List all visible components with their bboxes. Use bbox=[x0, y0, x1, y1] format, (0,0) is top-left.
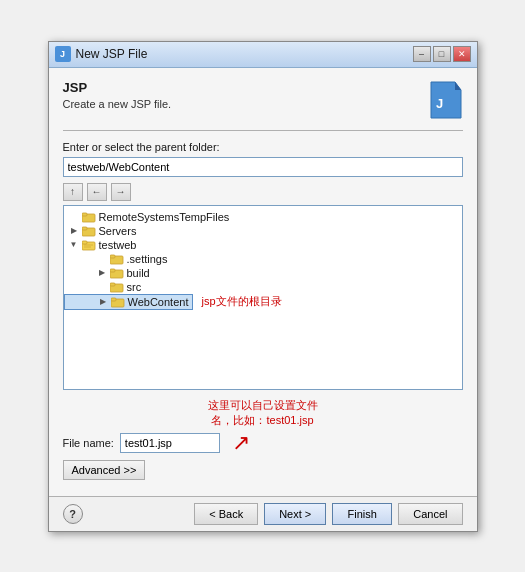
maximize-button[interactable]: □ bbox=[433, 46, 451, 62]
tree-toggle-remote bbox=[68, 211, 80, 223]
tree-toggle-webcontent: ▶ bbox=[97, 296, 109, 308]
header-text: JSP Create a new JSP file. bbox=[63, 80, 172, 110]
minimize-button[interactable]: – bbox=[413, 46, 431, 62]
folder-icon-servers bbox=[82, 225, 96, 237]
nav-bar: ↑ ← → bbox=[63, 183, 463, 201]
tree-toggle-build: ▶ bbox=[96, 267, 108, 279]
tree-label-webcontent: WebContent bbox=[128, 296, 189, 308]
window-icon: J bbox=[55, 46, 71, 62]
svg-rect-4 bbox=[82, 213, 87, 216]
tree-item-build[interactable]: ▶ build bbox=[64, 266, 462, 280]
nav-forward-button[interactable]: → bbox=[111, 183, 131, 201]
tree-label-testweb: testweb bbox=[99, 239, 137, 251]
webcontent-row: ▶ WebContent jsp文件的根目录 bbox=[64, 294, 462, 310]
arrow-annotation-icon: ↗ bbox=[232, 432, 250, 454]
file-name-row: File name: ↗ bbox=[63, 432, 463, 454]
tree-item-remote[interactable]: RemoteSystemsTempFiles bbox=[64, 210, 462, 224]
tree-item-testweb[interactable]: ▼ testweb bbox=[64, 238, 462, 252]
tree-label-remote: RemoteSystemsTempFiles bbox=[99, 211, 230, 223]
svg-rect-12 bbox=[110, 255, 115, 258]
window-title: New JSP File bbox=[76, 47, 148, 61]
path-input[interactable] bbox=[63, 157, 463, 177]
svg-text:J: J bbox=[436, 96, 443, 111]
folder-icon-remote bbox=[82, 211, 96, 223]
bottom-left: ? bbox=[63, 504, 83, 524]
dialog-window: J New JSP File – □ ✕ JSP Create a new JS… bbox=[48, 41, 478, 532]
header-description: Create a new JSP file. bbox=[63, 98, 172, 110]
bottom-right: < Back Next > Finish Cancel bbox=[194, 503, 462, 525]
svg-rect-16 bbox=[110, 283, 115, 286]
webcontent-annotation: jsp文件的根目录 bbox=[201, 294, 281, 309]
cancel-button[interactable]: Cancel bbox=[398, 503, 462, 525]
finish-button[interactable]: Finish bbox=[332, 503, 392, 525]
header-section: JSP Create a new JSP file. J bbox=[63, 80, 463, 120]
folder-icon-src bbox=[110, 281, 124, 293]
file-annotation: 这里可以自己设置文件 名，比如：test01.jsp bbox=[63, 398, 463, 428]
next-button[interactable]: Next > bbox=[264, 503, 326, 525]
nav-back-button[interactable]: ← bbox=[87, 183, 107, 201]
help-button[interactable]: ? bbox=[63, 504, 83, 524]
folder-icon-settings bbox=[110, 253, 124, 265]
tree-label-src: src bbox=[127, 281, 142, 293]
header-icon: J bbox=[423, 80, 463, 120]
divider bbox=[63, 130, 463, 131]
folder-tree[interactable]: RemoteSystemsTempFiles ▶ Servers ▼ testw… bbox=[63, 205, 463, 390]
header-type: JSP bbox=[63, 80, 172, 95]
back-button[interactable]: < Back bbox=[194, 503, 258, 525]
svg-rect-14 bbox=[110, 269, 115, 272]
tree-label-servers: Servers bbox=[99, 225, 137, 237]
tree-item-servers[interactable]: ▶ Servers bbox=[64, 224, 462, 238]
tree-toggle-settings bbox=[96, 253, 108, 265]
folder-icon-build bbox=[110, 267, 124, 279]
file-name-label: File name: bbox=[63, 437, 114, 449]
tree-item-settings[interactable]: .settings bbox=[64, 252, 462, 266]
folder-icon-testweb bbox=[82, 239, 96, 251]
tree-item-src[interactable]: src bbox=[64, 280, 462, 294]
title-buttons: – □ ✕ bbox=[413, 46, 471, 62]
svg-rect-18 bbox=[111, 298, 116, 301]
folder-label: Enter or select the parent folder: bbox=[63, 141, 463, 153]
bottom-bar: ? < Back Next > Finish Cancel bbox=[49, 496, 477, 531]
tree-toggle-testweb: ▼ bbox=[68, 239, 80, 251]
close-button[interactable]: ✕ bbox=[453, 46, 471, 62]
tree-toggle-servers: ▶ bbox=[68, 225, 80, 237]
svg-rect-8 bbox=[82, 241, 87, 244]
tree-label-build: build bbox=[127, 267, 150, 279]
content-area: JSP Create a new JSP file. J Enter or se… bbox=[49, 68, 477, 496]
tree-toggle-src bbox=[96, 281, 108, 293]
title-bar: J New JSP File – □ ✕ bbox=[49, 42, 477, 68]
tree-item-webcontent[interactable]: ▶ WebContent bbox=[64, 294, 194, 310]
svg-rect-6 bbox=[82, 227, 87, 230]
title-bar-left: J New JSP File bbox=[55, 46, 148, 62]
folder-icon-webcontent bbox=[111, 296, 125, 308]
advanced-button[interactable]: Advanced >> bbox=[63, 460, 146, 480]
file-name-input[interactable] bbox=[120, 433, 220, 453]
nav-up-button[interactable]: ↑ bbox=[63, 183, 83, 201]
tree-label-settings: .settings bbox=[127, 253, 168, 265]
